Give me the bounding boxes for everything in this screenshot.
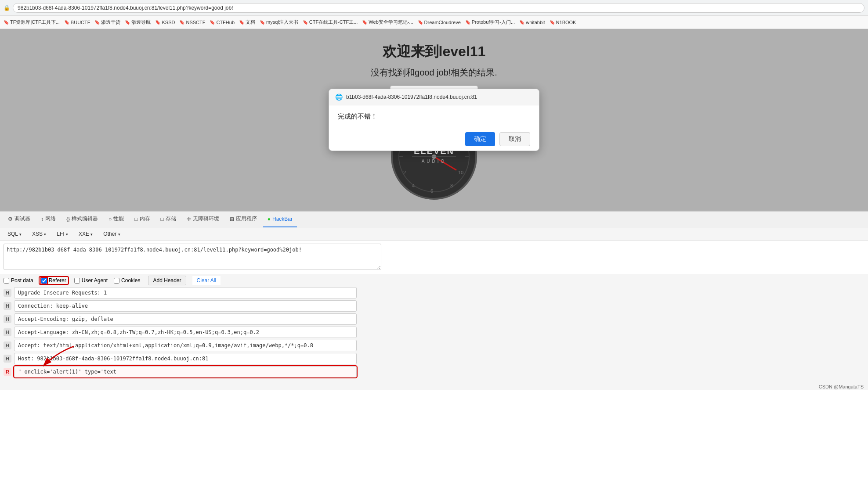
bookmark-shentoug[interactable]: 🔖 渗透干货 [94,19,120,25]
bookmark-icon-protobuf: 🔖 [465,20,470,25]
header-input-1[interactable] [14,300,357,312]
header-row-0: H [4,287,864,298]
header-input-3[interactable] [14,327,357,338]
postdata-label[interactable]: Post data [4,277,33,284]
tab-performance[interactable]: ○ 性能 [104,212,128,227]
header-rows: H H H H H H [0,287,868,383]
tab-style-editor[interactable]: {} 样式编辑器 [62,212,102,227]
status-bar: CSDN @MangataTS [0,383,868,390]
application-icon: ⊞ [230,216,234,222]
header-row-r: R [4,366,864,377]
header-row-1: H [4,300,864,312]
security-icon: 🔒 [4,5,10,11]
dialog-globe-icon: 🌐 [335,93,343,101]
bookmark-icon-websec: 🔖 [362,20,367,25]
bookmark-protobuf[interactable]: 🔖 Protobuf学习-入门... [465,19,515,25]
bookmark-icon-ctfhub: 🔖 [210,20,215,25]
bookmark-icon-shentoud: 🔖 [125,20,130,25]
bookmark-dreamcloud[interactable]: 🔖 DreamCloudreve [418,20,461,25]
accessibility-icon: ✛ [187,216,191,222]
tab-debugger[interactable]: ⚙ 调试器 [4,212,35,227]
header-tag-1: H [4,302,11,310]
bookmark-icon-buuctf: 🔖 [64,20,69,25]
bookmark-icon-mysql: 🔖 [260,20,265,25]
bookmark-nssctf[interactable]: 🔖 NSSCTF [179,20,205,25]
clear-all-button[interactable]: Clear All [192,276,221,285]
bookmark-buuctf[interactable]: 🔖 BUUCTF [64,20,90,25]
hackbar-dot-icon: ● [268,216,271,222]
postdata-checkbox[interactable] [4,278,9,284]
referer-checkbox[interactable] [41,278,47,284]
hackbar-options: Post data Referer User Agent Cookies Add… [0,274,868,287]
storage-icon: □ [161,216,164,222]
tab-application[interactable]: ⊞ 应用程序 [225,212,261,227]
tab-hackbar[interactable]: ● HackBar [263,212,297,227]
tab-network[interactable]: ↕ 网络 [36,212,60,227]
hackbar-menu-xxe[interactable]: XXE ▾ [75,229,97,239]
add-header-button[interactable]: Add Header [148,276,186,285]
bookmark-icon-nssctf: 🔖 [179,20,184,25]
hackbar-menu-lfi[interactable]: LFI ▾ [53,229,72,239]
tab-accessibility[interactable]: ✛ 无障碍环境 [182,212,224,227]
dialog-body: 完成的不错！ [329,105,539,128]
debugger-icon: ⚙ [8,216,13,222]
header-tag-r: R [4,368,11,376]
bookmark-kssd[interactable]: 🔖 KSSD [155,20,175,25]
referer-label[interactable]: Referer [40,277,68,284]
cookies-checkbox[interactable] [114,278,119,284]
bookmark-tf[interactable]: 🔖 TF资源库|CTF工具下... [4,19,60,25]
url-bar[interactable]: 982b1b03-d68f-4ada-8306-101972ffa1f8.nod… [13,3,864,13]
page-content: 欢迎来到level11 没有找到和good job!相关的结果. 🌐 b1b03… [0,29,868,211]
header-input-4[interactable] [14,340,357,351]
useragent-label[interactable]: User Agent [74,277,108,284]
tab-memory[interactable]: □ 内存 [130,212,154,227]
header-tag-2: H [4,315,11,323]
dialog-header: 🌐 b1b03-d68f-4ada-8306-101972ffa1f8.node… [329,89,539,105]
dialog-cancel-button[interactable]: 取消 [499,132,530,146]
dialog-actions: 确定 取消 [329,128,539,151]
dialog-url: b1b03-d68f-4ada-8306-101972ffa1f8.node4.… [346,94,477,100]
dialog-overlay: 🌐 b1b03-d68f-4ada-8306-101972ffa1f8.node… [0,29,868,211]
bookmark-icon-shentoug: 🔖 [94,20,100,25]
header-input-5[interactable] [14,353,357,364]
hackbar-toolbar: SQL ▾ XSS ▾ LFI ▾ XXE ▾ Other ▾ [0,227,868,241]
tab-storage[interactable]: □ 存储 [156,212,181,227]
bookmark-mysql[interactable]: 🔖 mysql注入天书 [260,19,298,25]
header-tag-4: H [4,341,11,349]
header-input-r[interactable] [14,366,357,377]
bookmark-n1book[interactable]: 🔖 N1BOOK [550,20,576,25]
bookmark-websec[interactable]: 🔖 Web安全学习笔记-... [362,19,413,25]
bookmark-icon-dreamcloud: 🔖 [418,20,423,25]
xss-arrow-icon: ▾ [44,232,46,237]
header-row-5: H [4,353,864,364]
style-icon: {} [66,216,70,222]
other-arrow-icon: ▾ [118,232,120,237]
bookmark-icon-whitabbit: 🔖 [519,20,524,25]
dialog-message: 完成的不错！ [338,112,377,120]
hackbar-menu-xss[interactable]: XSS ▾ [28,229,50,239]
dialog-confirm-button[interactable]: 确定 [465,132,495,146]
hackbar-menu-other[interactable]: Other ▾ [99,229,124,239]
performance-icon: ○ [108,216,112,222]
bookmark-wendang[interactable]: 🔖 文档 [239,19,255,25]
bookmark-whitabbit[interactable]: 🔖 whitabbit [519,20,545,25]
bookmark-icon-wendang: 🔖 [239,20,244,25]
header-input-2[interactable] [14,313,357,325]
hackbar-url-input[interactable] [4,244,381,270]
hackbar-menu-sql[interactable]: SQL ▾ [4,229,25,239]
dialog-box: 🌐 b1b03-d68f-4ada-8306-101972ffa1f8.node… [329,89,539,151]
header-row-3: H [4,327,864,338]
header-row-4: H [4,340,864,351]
xxe-arrow-icon: ▾ [90,232,93,237]
bookmark-ctfhub[interactable]: 🔖 CTFHub [210,20,235,25]
useragent-checkbox[interactable] [74,278,80,284]
network-icon: ↕ [41,216,43,222]
header-tag-0: H [4,289,11,297]
header-row-2: H [4,313,864,325]
bookmark-ctfonline[interactable]: 🔖 CTF在线工具-CTF工... [303,19,358,25]
header-input-0[interactable] [14,287,357,298]
bookmark-shentoud[interactable]: 🔖 渗透导航 [125,19,151,25]
cookies-label[interactable]: Cookies [114,277,140,284]
bookmark-icon-ctfonline: 🔖 [303,20,308,25]
hackbar-url-area [0,241,868,274]
